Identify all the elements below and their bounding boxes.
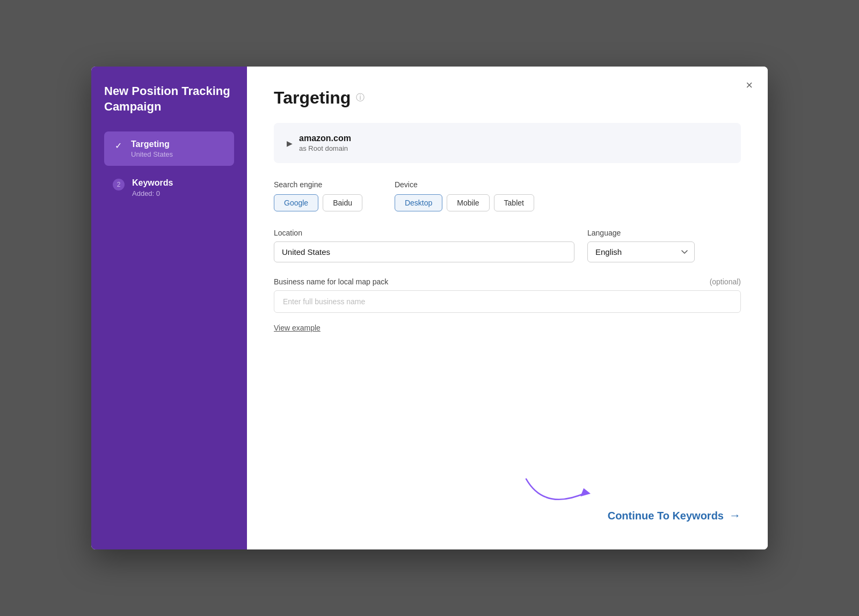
tablet-button[interactable]: Tablet: [494, 194, 534, 211]
location-language-row: Location Language English Spanish French…: [274, 229, 741, 262]
business-label-row: Business name for local map pack (option…: [274, 277, 741, 286]
sidebar-title: New Position Tracking Campaign: [104, 84, 234, 114]
search-engine-group: Search engine Google Baidu: [274, 180, 362, 211]
domain-chevron-icon: ▶: [287, 139, 293, 148]
arrow-decoration: [521, 474, 596, 507]
continue-to-keywords-button[interactable]: Continue To Keywords →: [608, 509, 741, 523]
sidebar-keywords-label: Keywords: [132, 178, 173, 188]
check-icon: ✓: [113, 140, 123, 151]
page-title-row: Targeting ⓘ: [274, 88, 741, 108]
business-name-input[interactable]: [274, 290, 741, 313]
sidebar: New Position Tracking Campaign ✓ Targeti…: [91, 67, 247, 549]
search-engine-label: Search engine: [274, 180, 362, 189]
continue-arrow-icon: →: [729, 509, 741, 523]
location-input[interactable]: [274, 241, 574, 262]
google-button[interactable]: Google: [274, 194, 318, 211]
baidu-button[interactable]: Baidu: [323, 194, 362, 211]
options-row: Search engine Google Baidu Device Deskto…: [274, 180, 741, 211]
location-label: Location: [274, 229, 574, 237]
device-label: Device: [395, 180, 534, 189]
business-name-section: Business name for local map pack (option…: [274, 277, 741, 313]
location-group: Location: [274, 229, 574, 262]
info-icon[interactable]: ⓘ: [356, 92, 365, 104]
device-group: Device Desktop Mobile Tablet: [395, 180, 534, 211]
sidebar-targeting-sublabel: United States: [131, 150, 173, 158]
language-group: Language English Spanish French German C…: [587, 229, 695, 262]
continue-btn-label: Continue To Keywords: [608, 510, 724, 522]
mobile-button[interactable]: Mobile: [447, 194, 489, 211]
optional-label: (optional): [710, 277, 741, 286]
search-engine-buttons: Google Baidu: [274, 194, 362, 211]
device-buttons: Desktop Mobile Tablet: [395, 194, 534, 211]
sidebar-item-targeting[interactable]: ✓ Targeting United States: [104, 131, 234, 166]
view-example-button[interactable]: View example: [274, 324, 321, 332]
domain-type: as Root domain: [299, 144, 351, 152]
close-button[interactable]: ×: [744, 77, 755, 93]
sidebar-keywords-sublabel: Added: 0: [132, 189, 173, 197]
language-label: Language: [587, 229, 695, 237]
desktop-button[interactable]: Desktop: [395, 194, 442, 211]
domain-name: amazon.com: [299, 134, 351, 143]
keywords-number: 2: [113, 179, 125, 190]
sidebar-targeting-label: Targeting: [131, 139, 173, 149]
business-name-label: Business name for local map pack: [274, 277, 388, 286]
language-select[interactable]: English Spanish French German Chinese: [587, 241, 695, 262]
page-title: Targeting: [274, 88, 351, 108]
continue-area: Continue To Keywords →: [608, 509, 741, 523]
sidebar-item-keywords[interactable]: 2 Keywords Added: 0: [104, 170, 234, 204]
svg-marker-0: [580, 488, 591, 496]
domain-card[interactable]: ▶ amazon.com as Root domain: [274, 123, 741, 163]
main-content: × Targeting ⓘ ▶ amazon.com as Root domai…: [247, 67, 768, 549]
